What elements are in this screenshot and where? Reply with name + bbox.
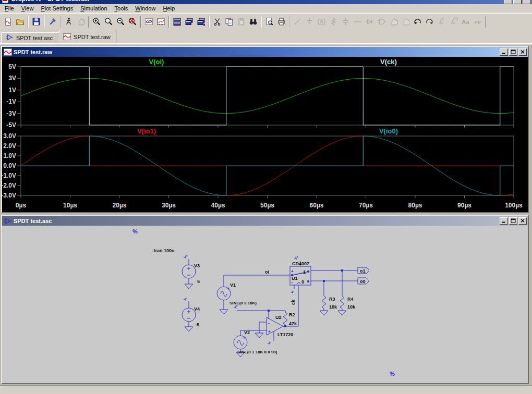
label-net-icon: A xyxy=(316,16,328,28)
trace-label[interactable]: V(io0) xyxy=(379,127,398,135)
tile-windows-icon[interactable] xyxy=(171,16,183,28)
x-axis-tick-label: 50µs xyxy=(260,202,274,209)
schematic-text: R3 xyxy=(329,297,335,302)
app-title: LTspice IV - SPDT test.raw xyxy=(11,0,90,3)
schematic-window-titlebar[interactable]: SPDT test.asc xyxy=(2,216,528,226)
x-axis-tick-label: 30µs xyxy=(162,202,176,209)
pane-border xyxy=(21,67,514,125)
save-icon[interactable] xyxy=(30,16,42,28)
trace-label[interactable]: V(oi) xyxy=(149,58,164,66)
schematic-close-button[interactable] xyxy=(518,217,527,225)
schematic-text: - xyxy=(291,280,293,285)
trace-label[interactable]: V(io1) xyxy=(137,127,156,135)
toolbar-separator xyxy=(60,16,61,28)
tab-spdt-test-raw[interactable]: SPDT test.raw xyxy=(58,31,116,43)
move-icon xyxy=(388,16,400,28)
zoom-back-icon[interactable] xyxy=(127,16,139,28)
menu-item-simulation[interactable]: Simulation xyxy=(77,5,111,12)
copy-icon[interactable] xyxy=(223,16,235,28)
waveform-icon xyxy=(4,48,12,56)
print-icon[interactable] xyxy=(275,16,287,28)
toolbar-separator xyxy=(261,16,262,28)
waveform-window-titlebar[interactable]: SPDT test.raw xyxy=(2,47,528,57)
waveform-minimize-button[interactable] xyxy=(500,48,508,56)
toolbar-separator xyxy=(485,16,486,28)
ground-icon xyxy=(255,333,263,338)
capacitor-icon xyxy=(340,16,352,28)
ground-symbols xyxy=(185,284,346,357)
y-axis-tick-label: -2.0V xyxy=(2,182,16,189)
waveform-close-button[interactable] xyxy=(518,48,527,56)
minimize-button[interactable] xyxy=(504,0,512,4)
menu-item-help[interactable]: Help xyxy=(159,5,178,12)
menu-item-tools[interactable]: Tools xyxy=(111,5,132,12)
schematic-text: CD4007 xyxy=(292,261,309,266)
schematic-text: R4 xyxy=(347,297,354,302)
app-icon xyxy=(2,0,8,3)
ground-icon xyxy=(220,310,228,314)
print-preview-icon[interactable] xyxy=(263,16,275,28)
spice-directive-icon: .op xyxy=(471,16,483,28)
menu-item-plot-settings[interactable]: Plot Settings xyxy=(37,5,77,12)
toolbar-separator xyxy=(209,16,210,28)
zoom-in-icon[interactable] xyxy=(91,16,103,28)
redo-icon[interactable] xyxy=(424,16,436,28)
new-window-icon[interactable] xyxy=(195,16,207,28)
y-axis-tick-label: -1.0V xyxy=(2,172,16,179)
schematic-edit-area[interactable]: %.tran 100uV+V35V-V4-5V1SINE(0 3 18K)oiV… xyxy=(2,226,528,383)
autorange-y-axis-icon[interactable] xyxy=(143,16,155,28)
find-icon[interactable] xyxy=(247,16,259,28)
tab-spdt-test-asc[interactable]: SPDT test.asc xyxy=(1,32,58,43)
plot-settings-icon[interactable] xyxy=(155,16,167,28)
toolbar-separator xyxy=(88,16,89,28)
svg-text:.op: .op xyxy=(474,19,481,24)
schematic-text: 47k xyxy=(289,321,297,326)
run-icon[interactable] xyxy=(63,16,75,28)
schematic-text: V4 xyxy=(194,306,200,312)
zoom-full-extents-icon[interactable] xyxy=(103,16,115,28)
resistor-r4[interactable] xyxy=(340,296,344,309)
resistor-r2[interactable] xyxy=(283,312,287,325)
waveform-maximize-button[interactable] xyxy=(509,48,517,56)
trace-label[interactable]: V(ck) xyxy=(380,58,397,66)
tabbar: SPDT test.ascSPDT test.raw xyxy=(0,30,532,44)
svg-text:A: A xyxy=(320,19,323,24)
control-panel-icon[interactable] xyxy=(46,16,58,28)
halt-icon xyxy=(75,16,87,28)
y-axis-tick-label: 0.0V xyxy=(3,162,16,169)
cut-icon[interactable] xyxy=(211,16,223,28)
schematic-minimize-button[interactable] xyxy=(500,217,508,225)
toolbar: AEEAa.op xyxy=(0,13,532,30)
schematic-maximize-button[interactable] xyxy=(509,217,517,225)
resistor-icon xyxy=(328,16,340,28)
menu-item-window[interactable]: Window xyxy=(131,5,159,12)
zoom-out-icon[interactable] xyxy=(115,16,127,28)
ground-icon xyxy=(304,16,316,28)
menu-item-view[interactable]: View xyxy=(18,5,38,12)
open-icon[interactable] xyxy=(14,16,26,28)
schematic-canvas: %.tran 100uV+V35V-V4-5V1SINE(0 3 18K)oiV… xyxy=(2,226,528,383)
main-titlebar[interactable]: LTspice IV - SPDT test.raw xyxy=(0,0,532,4)
x-axis-tick-label: 0µs xyxy=(16,202,27,209)
resistor-r3[interactable] xyxy=(322,296,326,309)
y-axis-tick-label: 3V xyxy=(8,75,16,82)
waveform-plot-area[interactable]: 5V3V1V-1V-3V-5VV(oi)V(ck)3.0V2.0V1.0V0.0… xyxy=(2,57,528,212)
y-axis-tick-label: -3.0V xyxy=(2,192,16,199)
toolbar-separator xyxy=(28,16,29,28)
schematic-text: 1 xyxy=(303,269,306,275)
schematic-text: .tran 100u xyxy=(152,248,175,253)
schematic-text: 0 xyxy=(301,279,304,285)
maximize-button[interactable] xyxy=(513,0,522,4)
trace-voi xyxy=(21,78,514,113)
tab-label: SPDT test.asc xyxy=(16,35,53,41)
x-axis-tick-label: 40µs xyxy=(211,202,225,209)
close-button[interactable] xyxy=(523,0,531,4)
waveform-canvas: 5V3V1V-1V-3V-5VV(oi)V(ck)3.0V2.0V1.0V0.0… xyxy=(2,57,528,212)
menu-item-file[interactable]: File xyxy=(1,5,18,12)
schematic-icon xyxy=(4,217,12,225)
toolbar-separator xyxy=(44,16,45,28)
mirror-icon: E xyxy=(436,16,448,28)
new-schematic-icon[interactable] xyxy=(2,16,14,28)
cascade-windows-icon[interactable] xyxy=(183,16,195,28)
undo-icon[interactable] xyxy=(412,16,424,28)
